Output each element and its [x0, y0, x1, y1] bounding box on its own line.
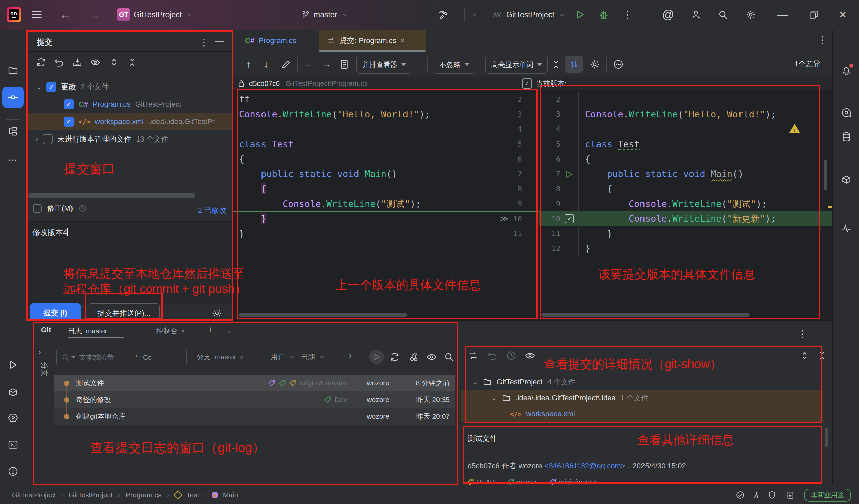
back-button[interactable]: ←: [60, 0, 71, 30]
new-code-line-11[interactable]: 11 }: [539, 226, 832, 241]
tree-hscrollbar[interactable]: [28, 193, 195, 198]
refresh-icon[interactable]: [35, 57, 46, 68]
nuget-tool-icon[interactable]: [8, 387, 18, 398]
new-code-line-6[interactable]: 6{: [539, 152, 832, 167]
sync-scroll-toggle[interactable]: [565, 56, 583, 73]
changes-tree-row[interactable]: ✓C#Program.csGitTestProject: [26, 96, 233, 113]
main-menu-icon[interactable]: [32, 0, 42, 30]
structure-tool-icon[interactable]: [8, 126, 18, 137]
goto-source-icon[interactable]: [339, 59, 350, 70]
new-tab-plus-icon[interactable]: +: [208, 324, 213, 336]
log-search-field[interactable]: 文本或哈希 .* Cc: [56, 348, 187, 367]
regex-toggle[interactable]: .*: [133, 353, 138, 362]
old-code-line-2[interactable]: ff2: [233, 92, 539, 107]
author-email-link[interactable]: <3461861132@qq.com>: [544, 462, 626, 470]
new-code-line-8[interactable]: 8 {: [539, 182, 832, 196]
case-toggle[interactable]: Cc: [143, 353, 152, 362]
details-tree-row[interactable]: ⌄.idea\.idea.GitTestProject\.idea1 个文件: [461, 390, 823, 406]
log-view-options-eye-icon[interactable]: [426, 352, 437, 362]
run-config-selector[interactable]: GitTestProject: [492, 0, 566, 30]
branch-filter[interactable]: 分支: master ×: [197, 352, 244, 362]
terminal-tool-icon[interactable]: [8, 439, 18, 450]
diff-new-pane[interactable]: 23Console.WriteLine("Hello, World!");45c…: [539, 90, 832, 320]
services-tool-icon[interactable]: [8, 412, 18, 423]
details-view-eye-icon[interactable]: [525, 350, 536, 361]
tabs-chevron-icon[interactable]: [225, 327, 233, 336]
tab-log-master[interactable]: 日志: master: [68, 326, 107, 336]
branches-stripe-label[interactable]: 分支: [40, 359, 49, 379]
old-code-line-3[interactable]: Console.WriteLine("Hello, World!");3: [233, 107, 539, 122]
highlight-mode-dropdown[interactable]: 高亮显示单词: [485, 56, 548, 74]
tab-options-kebab[interactable]: ⋮: [818, 34, 827, 45]
code-with-me-icon[interactable]: [691, 0, 702, 30]
inspections-ok-icon[interactable]: [736, 491, 744, 499]
new-pane-hscrollbar[interactable]: [541, 313, 750, 317]
ref-tag[interactable]: master: [507, 478, 537, 485]
new-code-line-10[interactable]: 10✓ Console.WriteLine("新更新");: [539, 211, 832, 226]
amend-checkbox[interactable]: [33, 204, 42, 212]
view-options-eye-icon[interactable]: [90, 57, 101, 68]
chevron-down-icon[interactable]: ⌄: [491, 394, 497, 403]
close-button[interactable]: ×: [839, 0, 846, 30]
old-code-line-5[interactable]: class Test5: [233, 137, 539, 152]
details-vscrollbar[interactable]: [825, 427, 828, 447]
commit-row[interactable]: 创建git本地仓库wozore昨天 20:07: [55, 408, 455, 425]
profiler-tool-icon[interactable]: [841, 223, 852, 234]
breadcrumb-item[interactable]: GitTestProject: [69, 491, 113, 499]
settings-gear-icon[interactable]: [745, 0, 756, 30]
collapse-all-icon[interactable]: [127, 57, 138, 68]
tab-console[interactable]: 控制台×: [156, 326, 185, 336]
prev-file-icon[interactable]: ←: [304, 60, 314, 69]
more-actions-kebab[interactable]: ⋮: [623, 0, 633, 30]
diff-settings-gear-icon[interactable]: [589, 59, 600, 70]
build-button[interactable]: [438, 0, 449, 30]
old-code-line-11[interactable]: }11: [233, 226, 539, 241]
clear-filter-icon[interactable]: ×: [240, 353, 244, 361]
ref-tag[interactable]: HEAD: [466, 478, 495, 485]
details-kebab[interactable]: ⋮: [798, 328, 807, 340]
old-code-line-4[interactable]: 4: [233, 122, 539, 137]
prev-change-icon[interactable]: ↑: [246, 60, 251, 69]
user-filter[interactable]: 用户: [271, 352, 296, 362]
details-tree-row[interactable]: </>workspace.xml: [461, 406, 823, 422]
next-file-icon[interactable]: →: [321, 60, 331, 69]
breadcrumb-item[interactable]: Program.cs: [125, 491, 162, 499]
old-code-line-8[interactable]: {8: [233, 182, 539, 196]
ref-tag[interactable]: origin/master: [548, 478, 598, 485]
new-code-line-3[interactable]: 3Console.WriteLine("Hello, World!");: [539, 107, 832, 122]
debug-button[interactable]: [598, 0, 609, 30]
changes-tree-row[interactable]: ⌄✓更改2 个文件: [26, 78, 233, 95]
problems-tool-icon[interactable]: [8, 466, 18, 477]
modified-count-link[interactable]: 2 已修改: [198, 205, 226, 215]
details-hide[interactable]: —: [815, 327, 824, 338]
tab-program-cs[interactable]: C# Program.cs: [237, 30, 304, 52]
more-options-icon[interactable]: [613, 59, 624, 70]
close-tab-icon[interactable]: ×: [181, 327, 185, 335]
expand-all-icon[interactable]: [109, 57, 120, 68]
show-diff-icon[interactable]: [468, 350, 478, 361]
new-code-line-12[interactable]: 12}: [539, 241, 832, 256]
tab-commit-program-cs[interactable]: 提交: Program.cs ×: [319, 30, 426, 52]
build-options-chevron[interactable]: [470, 0, 479, 30]
ai-chat-tool-icon[interactable]: [841, 107, 852, 118]
go-to-hash-play-icon[interactable]: [369, 350, 384, 364]
expand-all-icon[interactable]: [799, 350, 810, 361]
clipboard-status-icon[interactable]: [786, 491, 795, 499]
old-code-line-9[interactable]: Console.WriteLine("测试");9: [233, 196, 539, 211]
search-everywhere-icon[interactable]: [718, 0, 728, 30]
changes-tree-row[interactable]: ✓</>workspace.xml.idea\.idea.GitTestPr: [26, 113, 233, 130]
changes-tree-row[interactable]: ›未进行版本管理的文件13 个文件: [26, 131, 233, 147]
forward-button[interactable]: →: [89, 0, 101, 30]
breadcrumb-item[interactable]: Test: [186, 491, 199, 499]
history-clock-icon[interactable]: [78, 204, 87, 212]
breadcrumb-item[interactable]: Main: [223, 491, 238, 499]
current-version-checkbox[interactable]: ✓: [522, 78, 532, 89]
restore-button[interactable]: [808, 0, 819, 30]
commit-button[interactable]: 提交 (I): [30, 303, 80, 322]
old-code-line-7[interactable]: public static void Main()7: [233, 167, 539, 182]
breadcrumb-item[interactable]: GitTestProject: [12, 491, 56, 499]
row-checkbox[interactable]: ✓: [64, 117, 74, 127]
new-pane-vscrollbar[interactable]: [824, 160, 827, 190]
collapse-unchanged-icon[interactable]: [551, 59, 561, 70]
new-code-line-2[interactable]: 2: [539, 92, 832, 107]
